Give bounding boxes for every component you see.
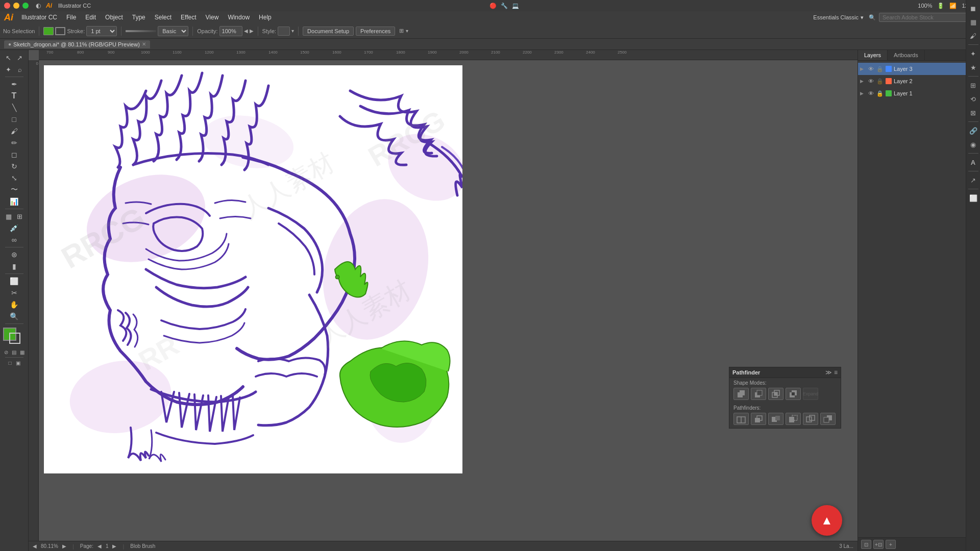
minus-back-icon[interactable] — [820, 413, 836, 425]
maximize-button[interactable] — [22, 3, 29, 9]
menu-object[interactable]: Object — [101, 13, 127, 22]
pathfinder-expand-btn[interactable]: ≫ — [825, 369, 832, 376]
doc-setup-button[interactable]: Document Setup — [303, 27, 354, 36]
workspace-selector[interactable]: Essentials Classic ▾ — [813, 14, 864, 21]
style-chevron[interactable]: ▾ — [291, 28, 294, 34]
preferences-button[interactable]: Preferences — [356, 27, 395, 36]
layer-1-expand[interactable]: ▶ — [860, 91, 865, 96]
export-icon[interactable]: ↗ — [967, 174, 979, 186]
symbol-sprayer-tool[interactable]: ⊛ — [3, 249, 26, 260]
menu-effect[interactable]: Effect — [177, 13, 200, 22]
menu-illustrator-cc[interactable]: Illustrator CC — [17, 13, 61, 22]
minus-front-icon[interactable] — [751, 388, 766, 400]
opacity-input[interactable] — [219, 26, 242, 36]
pencil-tool[interactable]: ✏ — [3, 137, 26, 148]
symbols-icon[interactable]: ✦ — [967, 47, 979, 60]
graph-tool[interactable]: 📊 — [3, 196, 26, 207]
minimize-button[interactable] — [13, 3, 19, 9]
layer-item-2[interactable]: ▶ 👁 🔒 Layer 2 ○ — [858, 75, 980, 87]
zoom-percent-left[interactable]: ◀ — [33, 543, 37, 549]
hand-tool[interactable]: ✋ — [3, 299, 26, 310]
full-screen-icon[interactable]: ▣ — [15, 359, 22, 366]
intersect-icon[interactable] — [768, 388, 783, 400]
layer-2-lock[interactable]: 🔒 — [876, 78, 884, 85]
zoom-tool[interactable]: 🔍 — [3, 311, 26, 322]
trim-icon[interactable] — [751, 413, 766, 425]
color-panel-icon[interactable]: ◼ — [967, 2, 979, 14]
search-stock-input[interactable] — [879, 13, 976, 22]
menu-file[interactable]: File — [62, 13, 80, 22]
menu-window[interactable]: Window — [224, 13, 254, 22]
pathfinder-menu-btn[interactable]: ≡ — [834, 369, 838, 376]
layer-item-1[interactable]: ▶ 👁 🔒 Layer 1 ○ — [858, 87, 980, 99]
stroke-weight-select[interactable]: 1 pt2 pt3 pt — [86, 26, 117, 36]
brush-select[interactable]: Basic — [158, 26, 188, 36]
artboard-tool[interactable]: ⬜ — [3, 276, 26, 287]
gradient-tool[interactable]: ▦ — [3, 211, 14, 222]
artboard-panel-icon[interactable]: ⬜ — [967, 192, 979, 204]
selection-tool[interactable]: ↖ — [3, 52, 14, 63]
eraser-tool[interactable]: ◻ — [3, 149, 26, 160]
active-file-tab[interactable]: ● Sketch_drogon.ai* @ 80.11% (RGB/GPU Pr… — [4, 40, 150, 48]
normal-mode-icon[interactable]: □ — [7, 359, 14, 366]
lasso-tool[interactable]: ⌕ — [14, 64, 26, 75]
brushes-icon[interactable]: 🖌 — [967, 30, 979, 42]
transform-icon[interactable]: ⟲ — [967, 93, 979, 105]
zoom-percent-right[interactable]: ▶ — [62, 543, 66, 549]
menu-edit[interactable]: Edit — [81, 13, 100, 22]
align-icon[interactable]: ⊞ — [967, 79, 979, 91]
menu-view[interactable]: View — [202, 13, 223, 22]
stroke-color-box[interactable] — [9, 333, 20, 344]
layer-2-visibility[interactable]: 👁 — [867, 78, 874, 85]
merge-icon[interactable] — [768, 413, 783, 425]
pen-tool[interactable]: ✒ — [3, 79, 26, 90]
pattern-icon[interactable]: ▦ — [19, 348, 26, 356]
swatches-icon[interactable]: ▦ — [967, 16, 979, 28]
new-layer-btn[interactable]: + — [886, 540, 896, 549]
column-graph-tool[interactable]: ▮ — [3, 261, 26, 272]
outline-icon[interactable] — [803, 413, 818, 425]
layer-3-lock[interactable]: 🔒 — [876, 65, 884, 72]
make-clipping-mask-btn[interactable]: ⊡ — [861, 540, 871, 549]
opacity-arrow-right[interactable]: ▶ — [250, 28, 254, 34]
canvas-content[interactable]: RRCG 人人素材 RRCG RR 人人素材 — [39, 60, 857, 541]
magic-lasso-tools[interactable]: ✦ ⌕ — [3, 64, 26, 75]
unite-icon[interactable] — [733, 388, 749, 400]
fill-stroke-section[interactable]: Stroke: 1 pt2 pt3 pt — [43, 26, 117, 36]
notification-button[interactable]: ▲ — [812, 505, 842, 536]
color-selector[interactable] — [3, 328, 26, 346]
magic-wand-tool[interactable]: ✦ — [3, 64, 14, 75]
stroke-swatch[interactable] — [55, 27, 65, 35]
slice-tool[interactable]: ✂ — [3, 287, 26, 298]
layer-1-lock[interactable]: 🔒 — [876, 90, 884, 97]
layer-item-3[interactable]: ▶ 👁 🔒 Layer 3 ○ — [858, 63, 980, 75]
gradient-mesh-tools[interactable]: ▦ ⊞ — [3, 211, 26, 222]
eyedropper-tool[interactable]: 💉 — [3, 222, 26, 234]
crop-icon[interactable] — [786, 413, 801, 425]
menu-type[interactable]: Type — [128, 13, 150, 22]
fill-color-swatch[interactable] — [43, 27, 54, 35]
pathfinder-icon[interactable]: ⊠ — [967, 107, 979, 119]
selection-tools[interactable]: ↖ ↗ — [3, 52, 26, 63]
warp-tool[interactable]: 〜 — [3, 184, 26, 195]
new-sublayer-btn[interactable]: +⊡ — [873, 540, 884, 549]
window-controls[interactable]: ◐ Ai Illustrator CC — [4, 2, 91, 9]
style-swatch[interactable] — [278, 27, 290, 36]
line-segment-tool[interactable]: ╲ — [3, 102, 26, 113]
page-arrow-left[interactable]: ◀ — [97, 543, 102, 549]
direct-selection-tool[interactable]: ↗ — [14, 52, 26, 63]
tab-close-button[interactable]: ✕ — [142, 41, 146, 47]
layer-2-expand[interactable]: ▶ — [860, 79, 865, 84]
graphic-styles-icon[interactable]: ★ — [967, 61, 979, 73]
rotate-tool[interactable]: ↻ — [3, 161, 26, 172]
arrange-chevron[interactable]: ▾ — [406, 28, 408, 34]
close-button[interactable] — [4, 3, 10, 9]
appearance-icon[interactable]: ◉ — [967, 138, 979, 151]
type-tool[interactable]: T — [3, 90, 26, 102]
exclude-icon[interactable] — [786, 388, 801, 400]
menu-help[interactable]: Help — [255, 13, 276, 22]
gradient-icon[interactable]: ▤ — [11, 348, 18, 356]
type-icon[interactable]: A — [967, 156, 979, 168]
layer-3-expand[interactable]: ▶ — [860, 66, 865, 71]
layer-1-visibility[interactable]: 👁 — [867, 90, 874, 97]
